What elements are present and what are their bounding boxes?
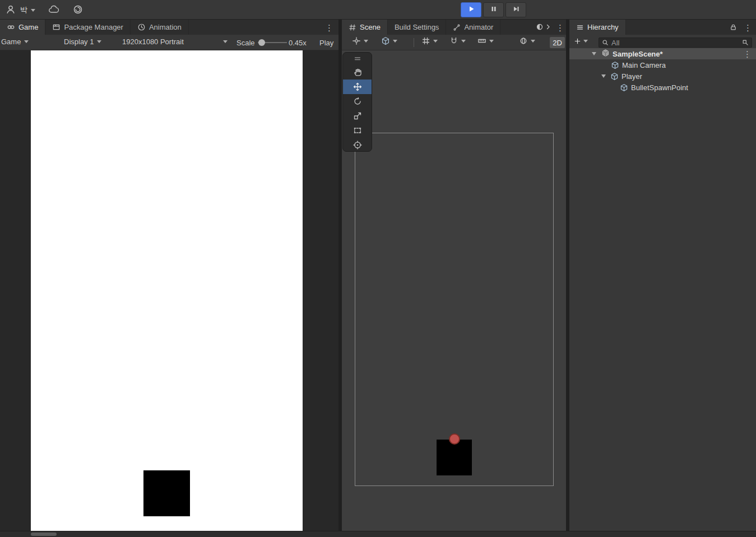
tab-animation[interactable]: Animation — [131, 20, 189, 35]
hierarchy-item-main-camera[interactable]: Main Camera — [569, 59, 756, 71]
hierarchy-item-scene[interactable]: SampleScene* ⋮ — [569, 48, 756, 59]
game-viewport[interactable] — [31, 50, 303, 531]
chevron-down-icon — [31, 9, 35, 12]
play-controls — [461, 2, 528, 17]
arrow-right-icon — [546, 24, 550, 30]
cube-pivot-icon — [381, 36, 390, 45]
tab-label: Scene — [360, 23, 381, 31]
tool-handle-dropdown[interactable] — [352, 36, 368, 45]
dropdown-label: Display 1 — [64, 38, 94, 46]
lock-button[interactable] — [730, 24, 737, 31]
half-circle-icon — [536, 22, 545, 31]
chevron-down-icon — [433, 40, 438, 43]
palette-drag-handle[interactable] — [343, 53, 372, 65]
chevron-down-icon — [24, 40, 29, 43]
cloud-services-button[interactable] — [46, 2, 62, 17]
play-button[interactable] — [461, 2, 481, 17]
hierarchy-item-bullet-spawn-point[interactable]: BulletSpawnPoint — [569, 82, 756, 93]
pivot-dropdown[interactable] — [381, 36, 397, 45]
gameobject-cube-icon — [610, 72, 619, 81]
transform-icon — [353, 141, 362, 150]
collab-button[interactable] — [70, 2, 86, 17]
account-button[interactable] — [3, 2, 18, 17]
grip-icon — [354, 56, 361, 62]
tab-build-settings[interactable]: Build Settings — [388, 20, 447, 35]
profile-dropdown[interactable]: 박 — [20, 4, 35, 16]
chevron-down-icon — [461, 40, 466, 43]
play-focused-toggle[interactable]: Play — [319, 39, 333, 47]
foldout-icon[interactable] — [601, 74, 606, 78]
rect-tool[interactable] — [343, 123, 372, 138]
gameobject-cube-icon — [620, 83, 628, 92]
tab-package-manager[interactable]: Package Manager — [45, 20, 131, 35]
move-tool[interactable] — [343, 80, 372, 94]
chevron-down-icon — [223, 40, 228, 43]
profile-label: 박 — [20, 5, 27, 15]
cloud-icon — [48, 5, 59, 14]
game-panel-tabbar: Game Package Manager Animation ⋮ — [0, 20, 338, 35]
search-icon — [602, 39, 609, 46]
game-view-toolbar: Game Display 1 1920x1080 Portrait Scale … — [0, 35, 338, 50]
scene-item-menu-button[interactable]: ⋮ — [743, 50, 752, 58]
item-label: SampleScene* — [613, 50, 663, 58]
main-toolbar: 박 — [0, 0, 756, 20]
ruler-icon — [477, 36, 486, 45]
scene-view-toolbar: 2D — [342, 35, 566, 50]
mode-2d-toggle[interactable]: 2D — [550, 37, 565, 48]
status-bar — [0, 531, 756, 537]
tab-label: Animator — [464, 23, 493, 31]
increment-snap-dropdown[interactable] — [477, 36, 494, 45]
item-label: BulletSpawnPoint — [631, 83, 688, 92]
toolbar-separator — [414, 38, 414, 47]
snap-magnet-icon — [449, 36, 458, 45]
chevron-down-icon — [583, 40, 588, 43]
transform-tool[interactable] — [343, 138, 372, 152]
rotate-icon — [353, 97, 362, 106]
scene-tab-menu-button[interactable]: ⋮ — [556, 24, 563, 32]
hierarchy-tree: SampleScene* ⋮ Main Camera Player Bullet… — [569, 48, 756, 531]
horizontal-scrollbar-thumb[interactable] — [31, 533, 57, 536]
chevron-down-icon — [531, 40, 535, 43]
unity-editor-window: 박 — [0, 0, 756, 537]
clock-icon — [137, 23, 146, 31]
display-dropdown[interactable]: Display 1 — [64, 38, 101, 46]
rotate-tool[interactable] — [343, 94, 372, 109]
game-tab-menu-button[interactable]: ⋮ — [325, 24, 332, 32]
scale-tool[interactable] — [343, 109, 372, 123]
bullet-spawn-point-gizmo[interactable] — [449, 433, 460, 445]
step-button[interactable] — [505, 2, 526, 17]
chevron-down-icon — [97, 40, 101, 43]
animator-icon — [453, 24, 461, 31]
create-object-button[interactable] — [574, 38, 588, 45]
game-view-dropdown[interactable]: Game — [1, 38, 29, 46]
foldout-icon[interactable] — [592, 52, 596, 55]
pause-button[interactable] — [483, 2, 504, 17]
scale-slider-knob[interactable] — [258, 39, 265, 46]
axis-gizmo-icon — [352, 36, 361, 45]
scene-canvas[interactable] — [342, 50, 566, 531]
player-object[interactable] — [437, 440, 472, 475]
scale-value: 0.45x — [289, 39, 307, 47]
hierarchy-tabbar: Hierarchy ⋮ — [569, 20, 756, 35]
scene-panel-tabbar: Scene Build Settings Animator ⋮ — [342, 20, 566, 35]
plus-icon — [574, 38, 581, 45]
gizmos-dropdown[interactable] — [519, 36, 535, 45]
tab-game[interactable]: Game — [0, 20, 45, 35]
hierarchy-menu-button[interactable]: ⋮ — [744, 24, 750, 32]
gizmo-sphere-icon — [519, 36, 528, 45]
grid-visibility-dropdown[interactable] — [421, 36, 438, 45]
package-icon — [52, 23, 61, 31]
picker-icon[interactable] — [742, 39, 749, 46]
resolution-dropdown[interactable]: 1920x1080 Portrait — [122, 38, 228, 46]
chevron-down-icon — [364, 40, 368, 43]
item-label: Main Camera — [622, 61, 666, 69]
tab-scroll-button[interactable] — [536, 22, 550, 31]
tab-hierarchy[interactable]: Hierarchy — [569, 20, 626, 35]
hierarchy-search-field[interactable]: All — [599, 38, 752, 48]
tab-animator[interactable]: Animator — [446, 20, 500, 35]
view-hand-tool[interactable] — [343, 65, 372, 80]
snap-settings-dropdown[interactable] — [449, 36, 466, 45]
tab-scene[interactable]: Scene — [342, 20, 388, 35]
hierarchy-item-player[interactable]: Player — [569, 71, 756, 82]
tab-label: Build Settings — [395, 23, 439, 31]
